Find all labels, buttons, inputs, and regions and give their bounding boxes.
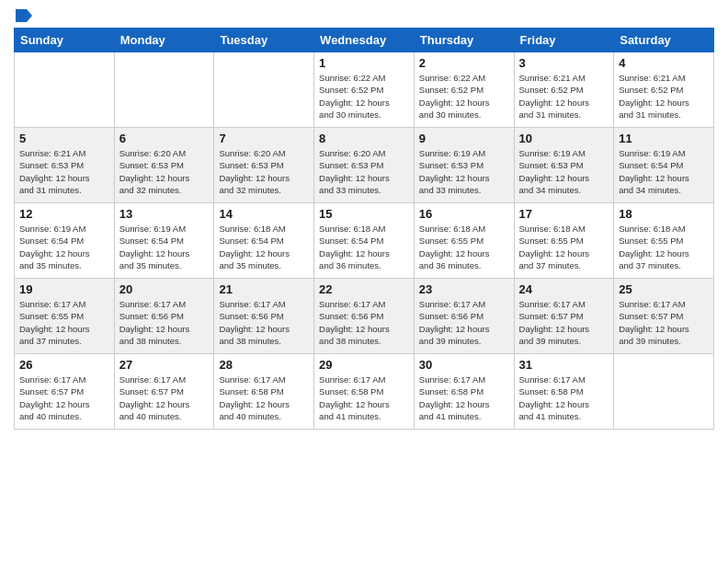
day-number: 26 xyxy=(19,358,109,372)
day-number: 18 xyxy=(619,207,709,221)
day-info: Sunrise: 6:19 AM Sunset: 6:54 PM Dayligh… xyxy=(619,147,709,196)
calendar-cell: 22Sunrise: 6:17 AM Sunset: 6:56 PM Dayli… xyxy=(314,279,415,354)
day-number: 27 xyxy=(119,358,210,372)
day-info: Sunrise: 6:19 AM Sunset: 6:54 PM Dayligh… xyxy=(119,223,210,271)
day-info: Sunrise: 6:17 AM Sunset: 6:58 PM Dayligh… xyxy=(419,373,509,422)
day-number: 8 xyxy=(319,132,409,145)
calendar-cell: 25Sunrise: 6:17 AM Sunset: 6:57 PM Dayli… xyxy=(614,279,714,354)
calendar-cell: 8Sunrise: 6:20 AM Sunset: 6:53 PM Daylig… xyxy=(314,128,415,203)
calendar-cell: 15Sunrise: 6:18 AM Sunset: 6:54 PM Dayli… xyxy=(314,203,415,279)
day-info: Sunrise: 6:20 AM Sunset: 6:53 PM Dayligh… xyxy=(319,147,409,196)
calendar-cell: 13Sunrise: 6:19 AM Sunset: 6:54 PM Dayli… xyxy=(114,203,214,279)
day-info: Sunrise: 6:18 AM Sunset: 6:54 PM Dayligh… xyxy=(219,223,309,271)
day-info: Sunrise: 6:18 AM Sunset: 6:55 PM Dayligh… xyxy=(619,223,709,271)
day-info: Sunrise: 6:19 AM Sunset: 6:53 PM Dayligh… xyxy=(519,147,609,196)
day-number: 4 xyxy=(619,56,709,70)
day-number: 29 xyxy=(319,358,409,372)
col-tuesday: Tuesday xyxy=(214,29,314,52)
day-info: Sunrise: 6:19 AM Sunset: 6:54 PM Dayligh… xyxy=(19,223,109,271)
calendar-week-row: 12Sunrise: 6:19 AM Sunset: 6:54 PM Dayli… xyxy=(15,203,714,279)
calendar-cell: 5Sunrise: 6:21 AM Sunset: 6:53 PM Daylig… xyxy=(15,128,115,203)
day-info: Sunrise: 6:17 AM Sunset: 6:56 PM Dayligh… xyxy=(119,298,210,347)
calendar-cell: 16Sunrise: 6:18 AM Sunset: 6:55 PM Dayli… xyxy=(414,203,514,279)
day-info: Sunrise: 6:20 AM Sunset: 6:53 PM Dayligh… xyxy=(119,147,210,196)
calendar-cell: 7Sunrise: 6:20 AM Sunset: 6:53 PM Daylig… xyxy=(214,128,314,203)
calendar-cell xyxy=(214,52,314,128)
day-info: Sunrise: 6:22 AM Sunset: 6:52 PM Dayligh… xyxy=(419,72,509,121)
calendar-cell: 12Sunrise: 6:19 AM Sunset: 6:54 PM Dayli… xyxy=(15,203,115,279)
day-info: Sunrise: 6:17 AM Sunset: 6:55 PM Dayligh… xyxy=(19,298,109,347)
day-number: 14 xyxy=(219,207,309,221)
col-thursday: Thursday xyxy=(414,29,514,52)
calendar-cell: 4Sunrise: 6:21 AM Sunset: 6:52 PM Daylig… xyxy=(614,52,714,128)
calendar-cell: 11Sunrise: 6:19 AM Sunset: 6:54 PM Dayli… xyxy=(614,128,714,203)
day-number: 19 xyxy=(19,282,109,296)
calendar-cell: 3Sunrise: 6:21 AM Sunset: 6:52 PM Daylig… xyxy=(514,52,614,128)
day-info: Sunrise: 6:22 AM Sunset: 6:52 PM Dayligh… xyxy=(319,72,409,121)
day-info: Sunrise: 6:20 AM Sunset: 6:53 PM Dayligh… xyxy=(219,147,309,196)
day-info: Sunrise: 6:18 AM Sunset: 6:54 PM Dayligh… xyxy=(319,223,409,271)
calendar-cell: 6Sunrise: 6:20 AM Sunset: 6:53 PM Daylig… xyxy=(114,128,214,203)
calendar-cell: 2Sunrise: 6:22 AM Sunset: 6:52 PM Daylig… xyxy=(414,52,514,128)
day-info: Sunrise: 6:17 AM Sunset: 6:58 PM Dayligh… xyxy=(219,373,309,422)
day-number: 31 xyxy=(519,358,609,372)
day-number: 20 xyxy=(119,282,210,296)
day-number: 2 xyxy=(419,56,509,70)
day-number: 1 xyxy=(319,56,409,70)
day-number: 23 xyxy=(419,282,509,296)
calendar-cell: 27Sunrise: 6:17 AM Sunset: 6:57 PM Dayli… xyxy=(114,354,214,430)
day-info: Sunrise: 6:17 AM Sunset: 6:57 PM Dayligh… xyxy=(519,298,609,347)
header xyxy=(14,9,714,20)
day-info: Sunrise: 6:21 AM Sunset: 6:52 PM Dayligh… xyxy=(619,72,709,121)
calendar-cell xyxy=(614,354,714,430)
calendar-cell: 21Sunrise: 6:17 AM Sunset: 6:56 PM Dayli… xyxy=(214,279,314,354)
calendar-cell: 28Sunrise: 6:17 AM Sunset: 6:58 PM Dayli… xyxy=(214,354,314,430)
col-saturday: Saturday xyxy=(614,29,714,52)
day-number: 12 xyxy=(19,207,109,221)
day-info: Sunrise: 6:18 AM Sunset: 6:55 PM Dayligh… xyxy=(519,223,609,271)
day-info: Sunrise: 6:17 AM Sunset: 6:56 PM Dayligh… xyxy=(219,298,309,347)
day-number: 15 xyxy=(319,207,409,221)
day-number: 10 xyxy=(519,132,609,145)
calendar-cell xyxy=(114,52,214,128)
day-info: Sunrise: 6:17 AM Sunset: 6:57 PM Dayligh… xyxy=(119,373,210,422)
day-info: Sunrise: 6:21 AM Sunset: 6:52 PM Dayligh… xyxy=(519,72,609,121)
calendar-cell: 9Sunrise: 6:19 AM Sunset: 6:53 PM Daylig… xyxy=(414,128,514,203)
calendar-cell: 20Sunrise: 6:17 AM Sunset: 6:56 PM Dayli… xyxy=(114,279,214,354)
calendar-week-row: 19Sunrise: 6:17 AM Sunset: 6:55 PM Dayli… xyxy=(15,279,714,354)
day-info: Sunrise: 6:17 AM Sunset: 6:57 PM Dayligh… xyxy=(19,373,109,422)
day-info: Sunrise: 6:17 AM Sunset: 6:58 PM Dayligh… xyxy=(519,373,609,422)
page: Sunday Monday Tuesday Wednesday Thursday… xyxy=(0,0,728,563)
logo xyxy=(14,9,32,20)
logo-arrow-icon xyxy=(16,9,32,22)
calendar-cell: 10Sunrise: 6:19 AM Sunset: 6:53 PM Dayli… xyxy=(514,128,614,203)
calendar-cell xyxy=(15,52,115,128)
day-info: Sunrise: 6:17 AM Sunset: 6:56 PM Dayligh… xyxy=(319,298,409,347)
calendar-week-row: 5Sunrise: 6:21 AM Sunset: 6:53 PM Daylig… xyxy=(15,128,714,203)
day-number: 24 xyxy=(519,282,609,296)
day-number: 6 xyxy=(119,132,210,145)
calendar-cell: 19Sunrise: 6:17 AM Sunset: 6:55 PM Dayli… xyxy=(15,279,115,354)
calendar: Sunday Monday Tuesday Wednesday Thursday… xyxy=(14,28,714,430)
day-number: 7 xyxy=(219,132,309,145)
day-number: 25 xyxy=(619,282,709,296)
calendar-cell: 29Sunrise: 6:17 AM Sunset: 6:58 PM Dayli… xyxy=(314,354,415,430)
day-number: 5 xyxy=(19,132,109,145)
day-number: 28 xyxy=(219,358,309,372)
day-number: 9 xyxy=(419,132,509,145)
day-number: 16 xyxy=(419,207,509,221)
day-number: 30 xyxy=(419,358,509,372)
calendar-cell: 31Sunrise: 6:17 AM Sunset: 6:58 PM Dayli… xyxy=(514,354,614,430)
col-monday: Monday xyxy=(114,29,214,52)
svg-marker-0 xyxy=(16,9,32,22)
calendar-week-row: 26Sunrise: 6:17 AM Sunset: 6:57 PM Dayli… xyxy=(15,354,714,430)
day-number: 17 xyxy=(519,207,609,221)
day-number: 13 xyxy=(119,207,210,221)
calendar-cell: 17Sunrise: 6:18 AM Sunset: 6:55 PM Dayli… xyxy=(514,203,614,279)
day-number: 21 xyxy=(219,282,309,296)
day-info: Sunrise: 6:17 AM Sunset: 6:56 PM Dayligh… xyxy=(419,298,509,347)
day-number: 22 xyxy=(319,282,409,296)
calendar-cell: 23Sunrise: 6:17 AM Sunset: 6:56 PM Dayli… xyxy=(414,279,514,354)
calendar-cell: 18Sunrise: 6:18 AM Sunset: 6:55 PM Dayli… xyxy=(614,203,714,279)
day-info: Sunrise: 6:17 AM Sunset: 6:58 PM Dayligh… xyxy=(319,373,409,422)
